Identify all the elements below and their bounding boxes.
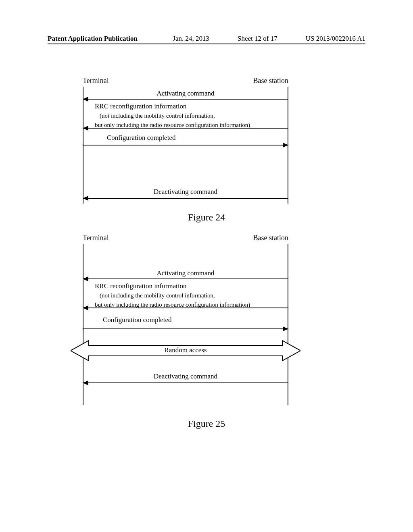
- figure-24-diagram: Terminal Base station Activating command…: [83, 77, 288, 204]
- msg-activating: Activating command: [83, 89, 288, 98]
- header-docnum: US 2013/0022016 A1: [306, 35, 365, 43]
- msg-rrc-reconfig: RRC reconfiguration information (not inc…: [83, 102, 288, 130]
- header-rule: [48, 44, 365, 44]
- msg-deactivating: Deactivating command: [83, 187, 288, 197]
- msg-rrc-reconfig-25: RRC reconfiguration information (not inc…: [83, 282, 288, 310]
- header-date: Jan. 24, 2013: [173, 35, 209, 43]
- figure-25-caption: Figure 25: [0, 418, 413, 429]
- page-header: Patent Application Publication Jan. 24, …: [0, 35, 413, 43]
- msg-activating-25: Activating command: [83, 269, 288, 278]
- figure-24-caption: Figure 24: [0, 212, 413, 223]
- header-pub-title: Patent Application Publication: [48, 35, 138, 43]
- terminal-label-25: Terminal: [83, 234, 109, 242]
- terminal-label: Terminal: [83, 77, 109, 85]
- msg-config-completed-25: Configuration completed: [83, 316, 288, 325]
- random-access-block-arrow: Random access: [71, 337, 300, 366]
- msg-config-completed: Configuration completed: [83, 133, 288, 143]
- base-station-label-25: Base station: [253, 234, 289, 242]
- base-station-label: Base station: [253, 77, 289, 85]
- figure-25-diagram: Terminal Base station Activating command…: [83, 234, 288, 405]
- msg-deactivating-25: Deactivating command: [83, 372, 288, 381]
- header-sheet: Sheet 12 of 17: [238, 35, 277, 43]
